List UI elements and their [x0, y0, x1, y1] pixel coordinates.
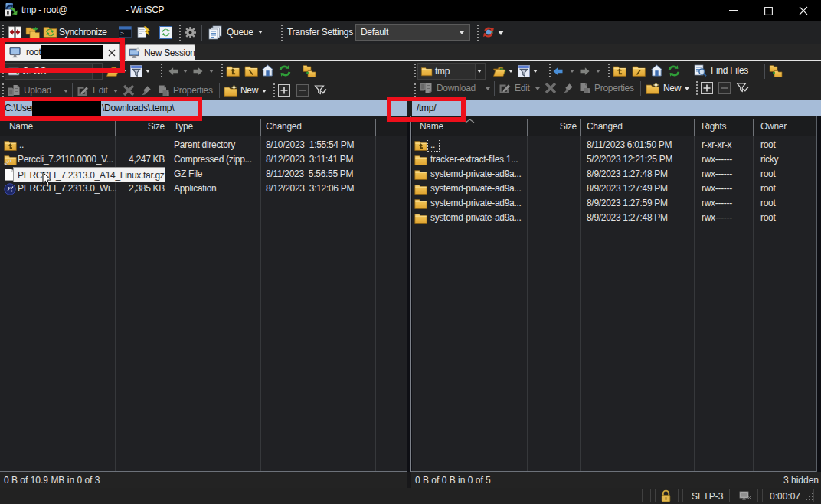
svg-text:>: >: [120, 30, 124, 37]
